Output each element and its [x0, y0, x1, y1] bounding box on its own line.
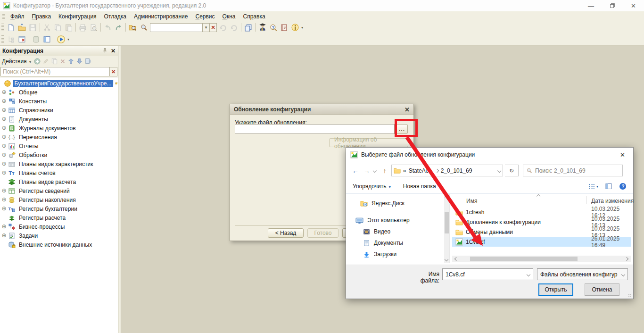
filename-combobox[interactable]: 1Cv8.cf — [442, 268, 533, 280]
view-list-icon[interactable] — [588, 183, 595, 190]
database-button[interactable] — [31, 34, 41, 44]
templates-button[interactable] — [279, 22, 289, 33]
tree-item-information-registers[interactable]: ⊕Регистры сведений — [0, 186, 118, 195]
tree-item-data-processors[interactable]: ⊕Обработки — [0, 150, 118, 159]
scroll-down-icon[interactable] — [445, 258, 448, 261]
print-button[interactable] — [77, 22, 88, 33]
move-down-button[interactable] — [76, 58, 83, 65]
file-search-box[interactable]: Поиск: 2_0_101_69 — [523, 165, 623, 176]
update-file-input[interactable] — [235, 124, 395, 134]
debug-dropdown-icon[interactable]: ▾ — [67, 37, 69, 42]
new-button[interactable] — [6, 22, 17, 33]
chevron-down-icon[interactable] — [527, 272, 530, 276]
toolbar-overflow-icon[interactable]: ▾ — [301, 25, 303, 30]
tree-item-business-processes[interactable]: ⊕Бизнес-процессы — [0, 222, 118, 231]
menu-service[interactable]: Сервис — [191, 12, 218, 21]
dialog-titlebar[interactable]: Обновление конфигурации ✕ — [230, 104, 413, 115]
tree-item-accounting-registers[interactable]: ⊕Регистры бухгалтерии — [0, 204, 118, 213]
organize-button[interactable]: Упорядочить ▾ — [353, 183, 391, 190]
browse-button[interactable]: ... — [396, 124, 408, 134]
refresh-button[interactable]: ↻ — [505, 165, 519, 176]
nav-item-documents[interactable]: Документы — [346, 237, 444, 249]
restore-button[interactable] — [602, 0, 623, 11]
filetype-combobox[interactable]: Файлы обновления конфигур — [537, 268, 628, 280]
breadcrumb[interactable]: « StateAc... 2_0_101_69 — [391, 165, 503, 176]
syntax-assistant-button[interactable] — [257, 22, 268, 33]
nav-item-videos[interactable]: Видео — [346, 226, 444, 237]
tree-item-characteristic-types[interactable]: ⊕Планы видов характеристик — [0, 159, 118, 168]
syntax-check-button[interactable] — [268, 22, 279, 33]
nav-item-yandex-disk[interactable]: Яндекс.Диск — [346, 198, 444, 209]
dialog-close-icon[interactable]: ✕ — [405, 106, 410, 113]
menu-windows[interactable]: Окна — [219, 12, 239, 21]
tree-item-accumulation-registers[interactable]: ⊕Регистры накопления — [0, 195, 118, 204]
copy-item-button[interactable] — [51, 58, 58, 65]
open-button[interactable]: Открыть — [538, 283, 573, 296]
find-previous-button[interactable] — [218, 22, 229, 33]
tree-item-constants[interactable]: ⊕Константы — [0, 97, 118, 106]
pin-icon[interactable] — [102, 48, 108, 54]
find-next-button[interactable] — [229, 22, 239, 33]
configuration-tree-button[interactable] — [6, 34, 17, 44]
save-button[interactable] — [27, 22, 38, 33]
search-dropdown-button[interactable]: ▾ — [203, 23, 210, 32]
new-folder-button[interactable]: Новая папка — [403, 183, 436, 190]
tree-item-enumerations[interactable]: ⊕Перечисления — [0, 133, 118, 142]
paste-button[interactable] — [63, 22, 74, 33]
close-button[interactable]: ✕ — [623, 0, 644, 11]
column-header-name[interactable]: Имя — [466, 198, 477, 204]
service-windows-button[interactable] — [41, 34, 52, 44]
minimize-button[interactable]: — — [580, 0, 602, 11]
finish-button[interactable]: Готово — [307, 228, 339, 238]
scroll-up-icon[interactable] — [445, 195, 448, 199]
menu-debug[interactable]: Отладка — [100, 12, 130, 21]
scrollbar-thumb[interactable] — [470, 257, 578, 261]
tree-search-input[interactable] — [0, 67, 110, 76]
history-chevron-icon[interactable] — [373, 168, 377, 172]
add-button[interactable] — [33, 58, 41, 65]
up-nav-icon[interactable]: ↑ — [380, 167, 389, 175]
cancel-button[interactable]: Отмена — [585, 283, 619, 296]
actions-menu-button[interactable]: Действия ▾ — [2, 58, 31, 65]
column-divider[interactable] — [586, 196, 587, 204]
menu-file[interactable]: Файл — [7, 12, 28, 21]
preview-pane-icon[interactable] — [605, 183, 612, 190]
nav-item-this-pc[interactable]: Этот компьютер — [346, 215, 444, 226]
update-info-button[interactable]: Информация об обновлении — [329, 138, 408, 147]
panel-close-icon[interactable]: ✕ — [111, 48, 116, 54]
help-icon[interactable] — [619, 183, 627, 190]
tree-item-calculation-types[interactable]: Планы видов расчета — [0, 177, 118, 186]
windows-list-button[interactable] — [243, 22, 254, 33]
tree-item-tasks[interactable]: ⊕Задачи — [0, 231, 118, 240]
undo-button[interactable] — [102, 22, 113, 33]
close-configuration-button[interactable] — [17, 34, 27, 44]
view-dropdown-icon[interactable]: ▾ — [596, 184, 598, 189]
open-button[interactable] — [17, 22, 27, 33]
file-row-1cv8cf[interactable]: 1Cv8.cf26.01.2025 16:49 — [452, 237, 631, 247]
nav-item-downloads[interactable]: Загрузки — [346, 249, 444, 260]
tree-item-reports[interactable]: ⊕Отчеты — [0, 142, 118, 150]
search-clear-button[interactable]: ✕ — [210, 23, 217, 32]
breadcrumb-dropdown-icon[interactable] — [497, 168, 501, 172]
sort-list-button[interactable] — [84, 58, 91, 65]
tree-item-root[interactable]: БухгалтерияГосударственногоУчре... — [0, 79, 118, 88]
tree-item-external-data-sources[interactable]: Внешние источники данных — [0, 240, 118, 249]
search-input[interactable] — [150, 23, 203, 32]
tree-item-catalogs[interactable]: ⊕Справочники — [0, 106, 118, 115]
info-button[interactable] — [289, 22, 300, 33]
horizontal-scrollbar[interactable] — [452, 256, 631, 262]
scroll-left-icon[interactable] — [454, 257, 458, 261]
toolbar-grip[interactable] — [2, 13, 5, 20]
column-header-date[interactable]: Дата изменения — [591, 198, 634, 204]
tree-search-clear-button[interactable]: ✕ — [110, 67, 117, 76]
tree-item-documents[interactable]: ⊕Документы — [0, 115, 118, 124]
back-button[interactable]: < Назад — [268, 228, 304, 238]
start-debugging-button[interactable] — [56, 34, 66, 44]
delete-button[interactable] — [59, 58, 66, 65]
edit-button[interactable] — [42, 58, 50, 65]
scroll-right-icon[interactable] — [625, 257, 628, 261]
copy-button[interactable] — [52, 22, 63, 33]
chevron-down-icon[interactable] — [621, 272, 625, 276]
scrollbar-thumb[interactable] — [445, 212, 449, 233]
nav-item-clipped[interactable] — [346, 260, 444, 263]
